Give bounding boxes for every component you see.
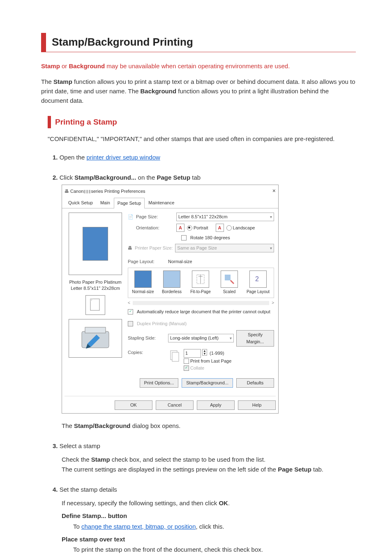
portrait-radio[interactable] — [187, 225, 192, 231]
printer-illustration — [69, 319, 122, 358]
layout-pagelayout[interactable]: 2Page Layout — [246, 271, 270, 295]
step-number: 1. — [53, 154, 58, 161]
layout-borderless[interactable]: Borderless — [159, 271, 184, 295]
page-size-icon: 📄 — [128, 213, 134, 220]
svg-text:2: 2 — [255, 275, 259, 282]
step-2-result: The Stamp/Background dialog box opens. — [62, 421, 356, 430]
section-intro: "CONFIDENTIAL," "IMPORTANT," and other s… — [48, 134, 356, 143]
chevron-down-icon: ▾ — [270, 245, 272, 252]
tab-quick-setup[interactable]: Quick Setup — [65, 197, 97, 208]
step-number: 2. — [53, 174, 58, 181]
print-last-checkbox[interactable] — [184, 358, 189, 364]
printer-paper-size-select: Same as Page Size▾ — [175, 244, 274, 252]
scroll-right-icon[interactable]: > — [272, 300, 274, 306]
close-icon[interactable]: × — [272, 187, 276, 196]
help-button[interactable]: Help — [238, 400, 276, 410]
stamp-background-button[interactable]: Stamp/Background... — [182, 378, 233, 388]
step-4: 4. Set the stamp details If necessary, s… — [53, 485, 356, 555]
step-1: 1. Open the printer driver setup window — [53, 153, 356, 162]
step-number: 4. — [53, 486, 58, 493]
specify-margin-button[interactable]: Specify Margin... — [236, 330, 274, 347]
page-title: Stamp/Background Printing — [52, 34, 356, 50]
landscape-icon: A — [216, 224, 224, 232]
duplex-checkbox — [128, 321, 133, 326]
availability-note: Stamp or Background may be unavailable w… — [41, 61, 356, 71]
intro-paragraph: The Stamp function allows you to print a… — [41, 77, 356, 106]
place-over-text-term: Place stamp over text — [62, 534, 356, 544]
define-stamp-term: Define Stamp... button — [62, 511, 356, 520]
stapling-label: Stapling Side: — [128, 335, 166, 342]
copies-spinner[interactable]: 1 — [184, 349, 201, 358]
layout-normal[interactable]: Normal-size — [131, 271, 155, 295]
preview-caption: Photo Paper Pro Platinum Letter 8.5"x11"… — [69, 279, 121, 291]
orientation-label: Orientation: — [136, 224, 174, 231]
step-number: 3. — [53, 442, 58, 449]
portrait-icon: A — [176, 224, 184, 232]
chevron-down-icon: ▾ — [270, 214, 272, 220]
svg-rect-0 — [90, 299, 99, 310]
printer-size-icon: 🖶 — [128, 245, 132, 252]
spinner-arrows-icon[interactable]: ▲▼ — [202, 349, 207, 356]
dialog-titlebar: 🖶 Canon ▮▮▮ series Printing Preferences … — [62, 185, 278, 197]
step-3: 3. Select a stamp Check the Stamp check … — [53, 441, 356, 474]
svg-rect-3 — [85, 327, 106, 333]
landscape-radio[interactable] — [226, 225, 232, 231]
tab-page-setup[interactable]: Page Setup — [114, 198, 145, 208]
page-layout-label: Page Layout: — [128, 258, 166, 265]
settings-preview — [69, 213, 122, 275]
layout-fit[interactable]: Fit-to-Page — [188, 271, 213, 295]
copies-icon — [168, 349, 181, 362]
print-options-button[interactable]: Print Options... — [140, 378, 179, 388]
svg-rect-10 — [172, 352, 179, 361]
print-preferences-dialog: 🖶 Canon ▮▮▮ series Printing Preferences … — [62, 185, 279, 413]
step-2: 2. Click Stamp/Background... on the Page… — [53, 173, 356, 430]
page-layout-picker[interactable]: Normal-size Borderless Fit-to-Page Scale… — [128, 268, 274, 298]
cancel-button[interactable]: Cancel — [156, 400, 194, 410]
page-icon — [85, 295, 105, 315]
place-over-text-desc: To print the stamp on the front of the d… — [73, 545, 356, 554]
define-stamp-desc: To change the stamp text, bitmap, or pos… — [73, 522, 356, 531]
printer-paper-size-label: Printer Paper Size: — [135, 245, 173, 252]
page-size-select[interactable]: Letter 8.5"x11" 22x28cm▾ — [176, 213, 274, 221]
rotate-checkbox[interactable] — [181, 235, 187, 240]
tab-maintenance[interactable]: Maintenance — [145, 197, 178, 208]
layout-scaled[interactable]: Scaled — [217, 271, 242, 295]
collate-checkbox — [184, 365, 189, 371]
stapling-select[interactable]: Long-side stapling (Left)▾ — [168, 334, 234, 342]
section-heading: Printing a Stamp — [55, 116, 356, 128]
defaults-button[interactable]: Defaults — [236, 378, 274, 388]
change-stamp-link[interactable]: change the stamp text, bitmap, or positi… — [81, 523, 196, 530]
scroll-left-icon[interactable]: < — [128, 300, 130, 306]
apply-button[interactable]: Apply — [197, 400, 235, 410]
svg-rect-7 — [225, 275, 231, 280]
chevron-down-icon: ▾ — [230, 335, 232, 342]
autoreduce-checkbox[interactable] — [128, 309, 133, 314]
page-size-label: Page Size: — [136, 213, 174, 220]
printer-driver-link[interactable]: printer driver setup window — [87, 154, 160, 161]
dialog-tabs: Quick Setup Main Page Setup Maintenance — [62, 197, 278, 208]
copies-label: Copies: — [128, 349, 166, 356]
printer-icon: 🖶 — [65, 188, 69, 195]
ok-button[interactable]: OK — [115, 400, 152, 410]
tab-main[interactable]: Main — [97, 197, 114, 208]
